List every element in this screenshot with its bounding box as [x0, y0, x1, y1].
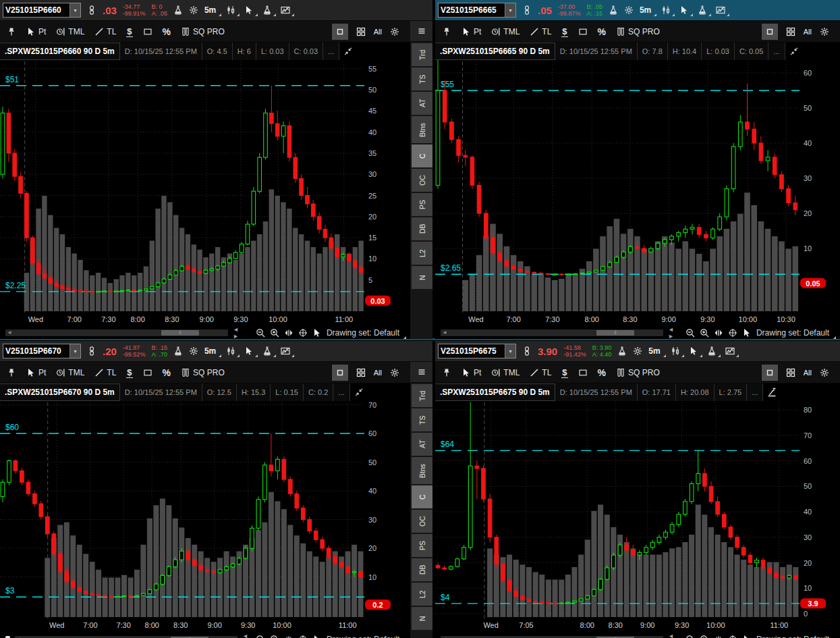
drawing-set-selector[interactable]: Drawing set: Default	[756, 328, 835, 338]
zoom-in-icon[interactable]	[270, 328, 279, 338]
gear-icon[interactable]	[189, 5, 198, 15]
zoom-out-icon[interactable]	[256, 635, 265, 638]
expand-horizontal-icon[interactable]	[714, 328, 723, 338]
pointer-tool-button[interactable]: Pt	[26, 27, 46, 36]
time-scrollbar[interactable]: ◄⦀	[5, 329, 228, 336]
side-tab-oc[interactable]: OC	[412, 169, 432, 192]
pin-icon[interactable]	[442, 27, 451, 36]
drawing-set-selector[interactable]: Drawing set: Default	[327, 635, 405, 638]
price-axis[interactable]: 01020304050607080	[804, 406, 812, 618]
price-axis[interactable]: 102030405060	[804, 69, 812, 252]
gear-icon[interactable]	[633, 346, 642, 356]
timeline-tool-button[interactable]: TML	[491, 27, 520, 36]
side-tab-db[interactable]: DB	[412, 558, 432, 581]
side-tab-trd[interactable]: Trd	[412, 43, 432, 66]
timeframe-button[interactable]: 5m	[640, 5, 655, 15]
timeline-tool-button[interactable]: TML	[56, 368, 84, 377]
link-icon[interactable]	[87, 346, 96, 356]
timeframe-button[interactable]: 5m	[648, 346, 664, 356]
percent-tool-button[interactable]: %	[163, 26, 171, 37]
side-tab-trd[interactable]: Trd	[412, 384, 432, 407]
settings-gear-icon[interactable]	[390, 368, 399, 377]
side-tab-ps[interactable]: PS	[412, 193, 432, 216]
percent-tool-button[interactable]: %	[598, 367, 606, 378]
analysis-flask-icon[interactable]	[173, 346, 183, 356]
studies-flask-icon[interactable]	[262, 5, 275, 15]
side-tab-ts[interactable]: TS	[412, 408, 432, 431]
side-tab-at[interactable]: AT	[412, 433, 432, 456]
price-level-tool-button[interactable]: $	[126, 367, 132, 378]
zoom-out-icon[interactable]	[256, 328, 265, 338]
gear-icon[interactable]	[624, 5, 634, 15]
link-icon[interactable]	[522, 346, 532, 356]
expand-horizontal-icon[interactable]	[284, 635, 293, 638]
pointer-tool-button[interactable]: Pt	[461, 27, 481, 36]
patterns-icon[interactable]	[725, 346, 737, 356]
side-tab-n[interactable]: N	[412, 607, 432, 630]
symbol-input[interactable]: V251015P6670 ▾	[3, 344, 81, 358]
side-tab-l2[interactable]: L2	[412, 242, 432, 265]
link-icon[interactable]	[87, 5, 96, 15]
minimized-drawer-chip[interactable]: –	[5, 636, 10, 638]
scroll-step-arrows[interactable]: ◄ ►	[668, 633, 681, 638]
time-axis[interactable]: Wed7:007:308:008:309:009:3010:0011:00	[49, 621, 357, 629]
scrollbar-thumb[interactable]: ⦀	[596, 330, 634, 336]
price-chart[interactable]: $55$2.65102030405060Wed7:007:308:008:309…	[435, 60, 840, 325]
status-corner-icon[interactable]	[350, 383, 368, 401]
settings-gear-icon[interactable]	[820, 27, 829, 36]
sqpro-button[interactable]: SQ PRO	[181, 368, 225, 377]
crosshair-icon[interactable]	[728, 635, 737, 638]
single-chart-button[interactable]	[762, 24, 778, 40]
cursor-mode-icon[interactable]	[312, 328, 322, 338]
cursor-mode-icon[interactable]	[742, 635, 752, 638]
studies-flask-icon[interactable]	[262, 346, 275, 356]
percent-tool-button[interactable]: %	[163, 367, 171, 378]
studies-flask-icon[interactable]	[707, 346, 719, 356]
rectangle-tool-icon[interactable]	[578, 368, 588, 377]
side-tab-ps[interactable]: PS	[412, 534, 432, 557]
analysis-flask-icon[interactable]	[617, 346, 627, 356]
timeframe-button[interactable]: 5m	[204, 346, 220, 356]
sqpro-button[interactable]: SQ PRO	[616, 368, 660, 377]
time-axis[interactable]: Wed7:007:308:008:309:009:3010:0011:00	[28, 315, 353, 323]
timeline-tool-button[interactable]: TML	[56, 27, 84, 36]
expand-horizontal-icon[interactable]	[714, 635, 723, 638]
side-tab-ts[interactable]: TS	[412, 68, 432, 90]
patterns-icon[interactable]	[281, 5, 293, 15]
settings-gear-icon[interactable]	[390, 27, 399, 36]
drawing-set-selector[interactable]: Drawing set: Default	[327, 328, 405, 338]
scroll-step-arrows[interactable]: ◄ ►	[233, 326, 251, 339]
price-axis[interactable]: 510152025303540455055	[368, 65, 376, 284]
chart-type-icon[interactable]	[226, 346, 238, 356]
trendline-tool-button[interactable]: TL	[530, 27, 551, 36]
scroll-step-arrows[interactable]: ◄ ►	[668, 326, 681, 339]
zoom-out-icon[interactable]	[685, 635, 695, 638]
price-chart[interactable]: $64$401020304050607080Wed7:058:008:309:0…	[435, 401, 840, 632]
pin-icon[interactable]	[7, 27, 16, 36]
side-tab-btns[interactable]: Btns	[412, 116, 432, 143]
drawing-set-selector[interactable]: Drawing set: Default	[756, 635, 835, 638]
side-tab-at[interactable]: AT	[412, 92, 432, 115]
crosshair-icon[interactable]	[728, 328, 737, 338]
status-corner-icon[interactable]	[763, 383, 781, 401]
zoom-in-icon[interactable]	[700, 328, 709, 338]
single-chart-button[interactable]	[332, 24, 348, 40]
price-axis[interactable]: 10203040506070	[368, 401, 376, 581]
crosshair-icon[interactable]	[298, 328, 308, 338]
symbol-dropdown-button[interactable]: ▾	[69, 3, 80, 17]
crosshair-icon[interactable]	[298, 635, 308, 638]
side-tab-c[interactable]: C	[412, 144, 432, 167]
side-tab-btns[interactable]: Btns	[412, 457, 432, 484]
cursor-mode-icon[interactable]	[742, 328, 752, 338]
time-axis[interactable]: Wed7:058:008:309:009:3010:0011:00	[483, 621, 788, 629]
analysis-flask-icon[interactable]	[173, 5, 183, 15]
cursor-tool-icon[interactable]	[689, 346, 701, 356]
rectangle-tool-icon[interactable]	[578, 27, 588, 36]
price-level-tool-button[interactable]: $	[126, 26, 132, 37]
symbol-dropdown-button[interactable]: ▾	[505, 344, 515, 358]
analysis-flask-icon[interactable]	[609, 5, 618, 15]
grid-layout-icon[interactable]	[786, 368, 795, 377]
zoom-out-icon[interactable]	[685, 328, 695, 338]
time-scrollbar[interactable]: ◄⦀	[441, 329, 663, 336]
price-chart[interactable]: $60$310203040506070Wed7:007:308:008:309:…	[0, 401, 410, 632]
